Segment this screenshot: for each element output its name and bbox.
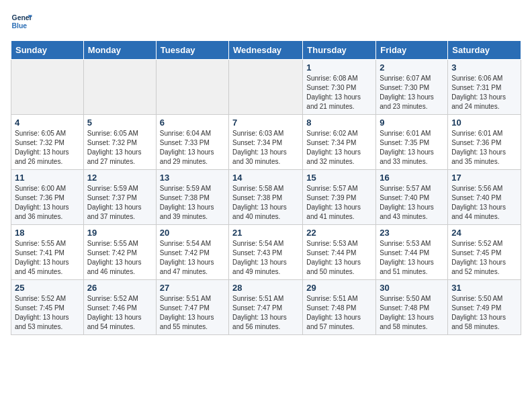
day-detail: Sunrise: 5:54 AM Sunset: 7:43 PM Dayligh… xyxy=(232,239,299,277)
day-number: 15 xyxy=(306,173,372,183)
day-detail: Sunrise: 5:53 AM Sunset: 7:44 PM Dayligh… xyxy=(306,239,372,277)
day-detail: Sunrise: 6:00 AM Sunset: 7:36 PM Dayligh… xyxy=(15,184,80,222)
calendar-cell: 15Sunrise: 5:57 AM Sunset: 7:39 PM Dayli… xyxy=(303,170,376,225)
day-number: 10 xyxy=(451,118,517,128)
day-number: 13 xyxy=(160,173,225,183)
weekday-header-saturday: Saturday xyxy=(448,41,521,60)
week-row-2: 4Sunrise: 6:05 AM Sunset: 7:32 PM Daylig… xyxy=(11,115,521,170)
day-detail: Sunrise: 6:01 AM Sunset: 7:35 PM Dayligh… xyxy=(380,129,444,167)
day-detail: Sunrise: 5:51 AM Sunset: 7:48 PM Dayligh… xyxy=(306,294,372,332)
weekday-header-sunday: Sunday xyxy=(11,41,84,60)
day-number: 2 xyxy=(380,62,444,73)
week-row-1: 1Sunrise: 6:08 AM Sunset: 7:30 PM Daylig… xyxy=(11,60,521,115)
calendar-cell: 11Sunrise: 6:00 AM Sunset: 7:36 PM Dayli… xyxy=(11,170,84,225)
day-number: 11 xyxy=(15,173,80,183)
weekday-header-monday: Monday xyxy=(83,41,156,60)
day-number: 23 xyxy=(380,228,444,238)
day-number: 6 xyxy=(160,118,225,128)
day-number: 7 xyxy=(232,118,299,128)
weekday-header-row: SundayMondayTuesdayWednesdayThursdayFrid… xyxy=(11,41,521,60)
calendar-cell: 19Sunrise: 5:55 AM Sunset: 7:42 PM Dayli… xyxy=(83,225,156,280)
calendar-cell xyxy=(83,60,156,115)
day-number: 21 xyxy=(232,228,299,238)
calendar-cell: 12Sunrise: 5:59 AM Sunset: 7:37 PM Dayli… xyxy=(83,170,156,225)
day-detail: Sunrise: 5:56 AM Sunset: 7:40 PM Dayligh… xyxy=(451,184,517,222)
calendar-cell: 13Sunrise: 5:59 AM Sunset: 7:38 PM Dayli… xyxy=(156,170,228,225)
day-detail: Sunrise: 5:51 AM Sunset: 7:47 PM Dayligh… xyxy=(232,294,299,332)
calendar-cell: 17Sunrise: 5:56 AM Sunset: 7:40 PM Dayli… xyxy=(448,170,521,225)
day-detail: Sunrise: 5:51 AM Sunset: 7:47 PM Dayligh… xyxy=(160,294,225,332)
day-number: 22 xyxy=(306,228,372,238)
calendar-cell xyxy=(229,60,303,115)
day-detail: Sunrise: 5:57 AM Sunset: 7:39 PM Dayligh… xyxy=(306,184,372,222)
day-detail: Sunrise: 6:05 AM Sunset: 7:32 PM Dayligh… xyxy=(15,129,80,167)
svg-text:Blue: Blue xyxy=(12,22,28,30)
calendar-table: SundayMondayTuesdayWednesdayThursdayFrid… xyxy=(11,40,521,335)
calendar-cell: 4Sunrise: 6:05 AM Sunset: 7:32 PM Daylig… xyxy=(11,115,84,170)
week-row-4: 18Sunrise: 5:55 AM Sunset: 7:41 PM Dayli… xyxy=(11,225,521,280)
weekday-header-thursday: Thursday xyxy=(303,41,376,60)
day-number: 4 xyxy=(15,118,80,128)
day-number: 25 xyxy=(15,283,80,293)
calendar-cell: 3Sunrise: 6:06 AM Sunset: 7:31 PM Daylig… xyxy=(448,60,521,115)
calendar-cell: 31Sunrise: 5:50 AM Sunset: 7:49 PM Dayli… xyxy=(448,280,521,335)
weekday-header-wednesday: Wednesday xyxy=(229,41,303,60)
calendar-cell: 29Sunrise: 5:51 AM Sunset: 7:48 PM Dayli… xyxy=(303,280,376,335)
calendar-cell: 9Sunrise: 6:01 AM Sunset: 7:35 PM Daylig… xyxy=(376,115,448,170)
calendar-cell xyxy=(11,60,84,115)
day-detail: Sunrise: 5:50 AM Sunset: 7:48 PM Dayligh… xyxy=(380,294,444,332)
day-number: 3 xyxy=(451,62,517,73)
calendar-cell: 20Sunrise: 5:54 AM Sunset: 7:42 PM Dayli… xyxy=(156,225,228,280)
day-number: 5 xyxy=(87,118,152,128)
week-row-3: 11Sunrise: 6:00 AM Sunset: 7:36 PM Dayli… xyxy=(11,170,521,225)
day-number: 16 xyxy=(380,173,444,183)
calendar-cell: 6Sunrise: 6:04 AM Sunset: 7:33 PM Daylig… xyxy=(156,115,228,170)
calendar-cell: 18Sunrise: 5:55 AM Sunset: 7:41 PM Dayli… xyxy=(11,225,84,280)
day-number: 27 xyxy=(160,283,225,293)
calendar-cell: 25Sunrise: 5:52 AM Sunset: 7:45 PM Dayli… xyxy=(11,280,84,335)
day-detail: Sunrise: 5:57 AM Sunset: 7:40 PM Dayligh… xyxy=(380,184,444,222)
day-detail: Sunrise: 5:52 AM Sunset: 7:45 PM Dayligh… xyxy=(451,239,517,277)
day-number: 18 xyxy=(15,228,80,238)
day-detail: Sunrise: 5:52 AM Sunset: 7:46 PM Dayligh… xyxy=(87,294,152,332)
calendar-cell: 2Sunrise: 6:07 AM Sunset: 7:30 PM Daylig… xyxy=(376,60,448,115)
calendar-cell xyxy=(156,60,228,115)
day-detail: Sunrise: 5:59 AM Sunset: 7:38 PM Dayligh… xyxy=(160,184,225,222)
calendar-cell: 22Sunrise: 5:53 AM Sunset: 7:44 PM Dayli… xyxy=(303,225,376,280)
calendar-cell: 28Sunrise: 5:51 AM Sunset: 7:47 PM Dayli… xyxy=(229,280,303,335)
day-number: 17 xyxy=(451,173,517,183)
day-number: 24 xyxy=(451,228,517,238)
page-header: General Blue xyxy=(11,11,521,32)
day-detail: Sunrise: 5:53 AM Sunset: 7:44 PM Dayligh… xyxy=(380,239,444,277)
calendar-cell: 5Sunrise: 6:05 AM Sunset: 7:32 PM Daylig… xyxy=(83,115,156,170)
calendar-cell: 14Sunrise: 5:58 AM Sunset: 7:38 PM Dayli… xyxy=(229,170,303,225)
day-detail: Sunrise: 5:52 AM Sunset: 7:45 PM Dayligh… xyxy=(15,294,80,332)
day-number: 29 xyxy=(306,283,372,293)
day-detail: Sunrise: 6:07 AM Sunset: 7:30 PM Dayligh… xyxy=(380,74,444,111)
day-number: 1 xyxy=(306,62,372,73)
day-detail: Sunrise: 6:02 AM Sunset: 7:34 PM Dayligh… xyxy=(306,129,372,167)
day-detail: Sunrise: 6:05 AM Sunset: 7:32 PM Dayligh… xyxy=(87,129,152,167)
day-number: 8 xyxy=(306,118,372,128)
calendar-cell: 21Sunrise: 5:54 AM Sunset: 7:43 PM Dayli… xyxy=(229,225,303,280)
day-number: 28 xyxy=(232,283,299,293)
day-number: 14 xyxy=(232,173,299,183)
day-number: 12 xyxy=(87,173,152,183)
day-detail: Sunrise: 5:55 AM Sunset: 7:41 PM Dayligh… xyxy=(15,239,80,277)
day-detail: Sunrise: 5:58 AM Sunset: 7:38 PM Dayligh… xyxy=(232,184,299,222)
calendar-cell: 7Sunrise: 6:03 AM Sunset: 7:34 PM Daylig… xyxy=(229,115,303,170)
calendar-cell: 30Sunrise: 5:50 AM Sunset: 7:48 PM Dayli… xyxy=(376,280,448,335)
day-detail: Sunrise: 6:04 AM Sunset: 7:33 PM Dayligh… xyxy=(160,129,225,167)
day-detail: Sunrise: 6:03 AM Sunset: 7:34 PM Dayligh… xyxy=(232,129,299,167)
day-detail: Sunrise: 5:59 AM Sunset: 7:37 PM Dayligh… xyxy=(87,184,152,222)
calendar-cell: 16Sunrise: 5:57 AM Sunset: 7:40 PM Dayli… xyxy=(376,170,448,225)
calendar-cell: 10Sunrise: 6:01 AM Sunset: 7:36 PM Dayli… xyxy=(448,115,521,170)
day-detail: Sunrise: 6:06 AM Sunset: 7:31 PM Dayligh… xyxy=(451,74,517,111)
logo: General Blue xyxy=(11,11,32,32)
day-number: 31 xyxy=(451,283,517,293)
day-number: 26 xyxy=(87,283,152,293)
calendar-cell: 26Sunrise: 5:52 AM Sunset: 7:46 PM Dayli… xyxy=(83,280,156,335)
weekday-header-tuesday: Tuesday xyxy=(156,41,228,60)
day-detail: Sunrise: 5:55 AM Sunset: 7:42 PM Dayligh… xyxy=(87,239,152,277)
calendar-cell: 24Sunrise: 5:52 AM Sunset: 7:45 PM Dayli… xyxy=(448,225,521,280)
